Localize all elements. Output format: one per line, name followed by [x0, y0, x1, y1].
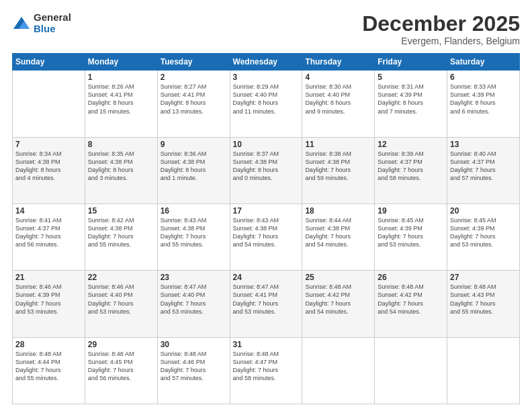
page: General Blue December 2025 Evergem, Flan… [0, 0, 532, 411]
col-monday: Monday [85, 54, 157, 71]
table-row: 30Sunrise: 8:48 AM Sunset: 4:46 PM Dayli… [157, 337, 230, 404]
calendar-week-row: 28Sunrise: 8:48 AM Sunset: 4:44 PM Dayli… [13, 337, 520, 404]
day-info: Sunrise: 8:36 AM Sunset: 4:38 PM Dayligh… [161, 150, 227, 183]
calendar: Sunday Monday Tuesday Wednesday Thursday… [12, 53, 520, 404]
day-number: 17 [233, 206, 300, 216]
day-info: Sunrise: 8:26 AM Sunset: 4:41 PM Dayligh… [88, 83, 154, 116]
table-row: 6Sunrise: 8:33 AM Sunset: 4:39 PM Daylig… [447, 71, 520, 137]
table-row: 25Sunrise: 8:48 AM Sunset: 4:42 PM Dayli… [302, 271, 375, 337]
day-number: 21 [15, 273, 82, 282]
table-row: 29Sunrise: 8:48 AM Sunset: 4:45 PM Dayli… [85, 337, 157, 404]
day-number: 7 [15, 140, 82, 149]
col-friday: Friday [375, 54, 447, 71]
table-row [447, 337, 520, 404]
table-row: 12Sunrise: 8:39 AM Sunset: 4:37 PM Dayli… [375, 137, 447, 203]
table-row: 2Sunrise: 8:27 AM Sunset: 4:41 PM Daylig… [157, 71, 230, 137]
day-number: 1 [88, 73, 154, 82]
col-thursday: Thursday [302, 54, 375, 71]
day-number: 4 [305, 73, 371, 82]
table-row: 31Sunrise: 8:48 AM Sunset: 4:47 PM Dayli… [230, 337, 302, 404]
logo-blue-text: Blue [34, 24, 71, 35]
table-row: 18Sunrise: 8:44 AM Sunset: 4:38 PM Dayli… [302, 203, 375, 270]
table-row: 28Sunrise: 8:48 AM Sunset: 4:44 PM Dayli… [13, 337, 85, 404]
table-row: 21Sunrise: 8:46 AM Sunset: 4:39 PM Dayli… [13, 271, 85, 337]
day-info: Sunrise: 8:42 AM Sunset: 4:38 PM Dayligh… [88, 216, 154, 249]
table-row [13, 71, 85, 137]
day-number: 29 [88, 340, 154, 349]
month-title: December 2025 [362, 12, 520, 36]
table-row: 3Sunrise: 8:29 AM Sunset: 4:40 PM Daylig… [230, 71, 302, 137]
calendar-week-row: 1Sunrise: 8:26 AM Sunset: 4:41 PM Daylig… [13, 71, 520, 137]
day-info: Sunrise: 8:46 AM Sunset: 4:40 PM Dayligh… [88, 283, 154, 316]
day-info: Sunrise: 8:38 AM Sunset: 4:38 PM Dayligh… [305, 150, 371, 183]
day-number: 14 [15, 206, 82, 216]
table-row: 7Sunrise: 8:34 AM Sunset: 4:38 PM Daylig… [13, 137, 85, 203]
day-info: Sunrise: 8:44 AM Sunset: 4:38 PM Dayligh… [305, 216, 371, 249]
col-sunday: Sunday [13, 54, 85, 71]
day-number: 15 [88, 206, 154, 216]
table-row: 1Sunrise: 8:26 AM Sunset: 4:41 PM Daylig… [85, 71, 157, 137]
day-info: Sunrise: 8:48 AM Sunset: 4:42 PM Dayligh… [305, 283, 371, 316]
day-info: Sunrise: 8:45 AM Sunset: 4:39 PM Dayligh… [378, 216, 444, 249]
logo-text: General Blue [34, 12, 71, 34]
table-row: 14Sunrise: 8:41 AM Sunset: 4:37 PM Dayli… [13, 203, 85, 270]
day-info: Sunrise: 8:48 AM Sunset: 4:46 PM Dayligh… [161, 350, 227, 383]
day-number: 31 [233, 340, 300, 349]
day-number: 28 [15, 340, 82, 349]
day-number: 16 [161, 206, 227, 216]
day-number: 20 [450, 206, 517, 216]
table-row: 19Sunrise: 8:45 AM Sunset: 4:39 PM Dayli… [375, 203, 447, 270]
col-saturday: Saturday [447, 54, 520, 71]
table-row: 17Sunrise: 8:43 AM Sunset: 4:38 PM Dayli… [230, 203, 302, 270]
table-row: 27Sunrise: 8:48 AM Sunset: 4:43 PM Dayli… [447, 271, 520, 337]
col-wednesday: Wednesday [230, 54, 302, 71]
table-row: 20Sunrise: 8:45 AM Sunset: 4:39 PM Dayli… [447, 203, 520, 270]
table-row [375, 337, 447, 404]
day-number: 25 [305, 273, 371, 282]
day-info: Sunrise: 8:43 AM Sunset: 4:38 PM Dayligh… [233, 216, 300, 249]
table-row: 9Sunrise: 8:36 AM Sunset: 4:38 PM Daylig… [157, 137, 230, 203]
day-info: Sunrise: 8:48 AM Sunset: 4:47 PM Dayligh… [233, 350, 300, 383]
table-row: 24Sunrise: 8:47 AM Sunset: 4:41 PM Dayli… [230, 271, 302, 337]
day-number: 24 [233, 273, 300, 282]
table-row [302, 337, 375, 404]
table-row: 22Sunrise: 8:46 AM Sunset: 4:40 PM Dayli… [85, 271, 157, 337]
day-info: Sunrise: 8:47 AM Sunset: 4:40 PM Dayligh… [161, 283, 227, 316]
day-number: 5 [378, 73, 444, 82]
day-number: 11 [305, 140, 371, 149]
day-number: 23 [161, 273, 227, 282]
day-info: Sunrise: 8:29 AM Sunset: 4:40 PM Dayligh… [233, 83, 300, 116]
table-row: 13Sunrise: 8:40 AM Sunset: 4:37 PM Dayli… [447, 137, 520, 203]
day-number: 6 [450, 73, 517, 82]
day-info: Sunrise: 8:30 AM Sunset: 4:40 PM Dayligh… [305, 83, 371, 116]
day-number: 22 [88, 273, 154, 282]
day-number: 13 [450, 140, 517, 149]
day-info: Sunrise: 8:48 AM Sunset: 4:42 PM Dayligh… [378, 283, 444, 316]
day-info: Sunrise: 8:33 AM Sunset: 4:39 PM Dayligh… [450, 83, 517, 116]
day-info: Sunrise: 8:40 AM Sunset: 4:37 PM Dayligh… [450, 150, 517, 183]
header: General Blue December 2025 Evergem, Flan… [12, 12, 520, 46]
day-number: 2 [161, 73, 227, 82]
day-info: Sunrise: 8:35 AM Sunset: 4:38 PM Dayligh… [88, 150, 154, 183]
day-number: 9 [161, 140, 227, 149]
day-info: Sunrise: 8:37 AM Sunset: 4:38 PM Dayligh… [233, 150, 300, 183]
day-number: 26 [378, 273, 444, 282]
day-info: Sunrise: 8:34 AM Sunset: 4:38 PM Dayligh… [15, 150, 82, 183]
logo-icon [12, 14, 31, 33]
day-info: Sunrise: 8:39 AM Sunset: 4:37 PM Dayligh… [378, 150, 444, 183]
title-block: December 2025 Evergem, Flanders, Belgium [362, 12, 520, 46]
day-number: 27 [450, 273, 517, 282]
location-title: Evergem, Flanders, Belgium [362, 36, 520, 46]
day-info: Sunrise: 8:48 AM Sunset: 4:43 PM Dayligh… [450, 283, 517, 316]
table-row: 11Sunrise: 8:38 AM Sunset: 4:38 PM Dayli… [302, 137, 375, 203]
day-info: Sunrise: 8:41 AM Sunset: 4:37 PM Dayligh… [15, 216, 82, 249]
day-number: 12 [378, 140, 444, 149]
table-row: 26Sunrise: 8:48 AM Sunset: 4:42 PM Dayli… [375, 271, 447, 337]
col-tuesday: Tuesday [157, 54, 230, 71]
day-number: 10 [233, 140, 300, 149]
table-row: 15Sunrise: 8:42 AM Sunset: 4:38 PM Dayli… [85, 203, 157, 270]
day-info: Sunrise: 8:27 AM Sunset: 4:41 PM Dayligh… [161, 83, 227, 116]
day-number: 18 [305, 206, 371, 216]
day-info: Sunrise: 8:45 AM Sunset: 4:39 PM Dayligh… [450, 216, 517, 249]
day-info: Sunrise: 8:43 AM Sunset: 4:38 PM Dayligh… [161, 216, 227, 249]
